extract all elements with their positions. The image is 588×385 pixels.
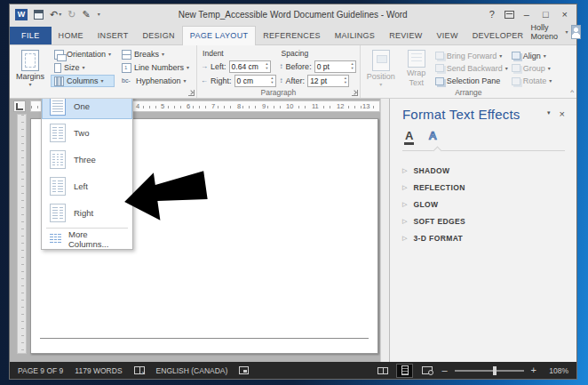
ribbon-display-options-button[interactable] <box>505 11 514 19</box>
menu-item-left-column[interactable]: Left <box>42 172 132 199</box>
section-reflection[interactable]: ▷ REFLECTION <box>402 179 565 196</box>
tab-mailings[interactable]: MAILINGS <box>328 27 382 44</box>
tab-references[interactable]: REFERENCES <box>256 27 328 44</box>
menu-item-more-columns[interactable]: More Columns... <box>42 230 132 247</box>
paragraph-dialog-launcher[interactable] <box>352 90 358 96</box>
chevron-down-icon: ▾ <box>499 53 502 59</box>
redo-button[interactable]: ↻ <box>68 10 75 20</box>
read-mode-button[interactable] <box>375 365 390 377</box>
menu-item-one-column[interactable]: One <box>42 99 132 119</box>
web-layout-button[interactable] <box>419 365 434 377</box>
size-button[interactable]: Size ▾ <box>51 61 115 74</box>
vertical-scrollbar[interactable] <box>380 99 389 362</box>
collapse-ribbon-button[interactable]: ^ <box>570 88 574 96</box>
tab-file[interactable]: FILE <box>10 27 52 44</box>
send-backward-button[interactable]: Send Backward ▾ <box>435 62 508 74</box>
hyphenation-icon <box>122 76 133 86</box>
help-button[interactable]: ? <box>486 10 498 20</box>
tab-design[interactable]: DESIGN <box>135 27 181 44</box>
two-columns-icon <box>50 124 66 142</box>
zoom-out-button[interactable]: – <box>441 365 447 375</box>
align-button[interactable]: Align ▾ <box>512 50 552 61</box>
selection-pane-button[interactable]: Selection Pane <box>435 76 508 87</box>
section-soft-edges[interactable]: ▷ SOFT EDGES <box>402 213 565 229</box>
section-3d-format[interactable]: ▷ 3-D FORMAT <box>402 229 565 246</box>
spinner-arrows[interactable]: ▴▾ <box>345 76 346 84</box>
ruler-number: 13 <box>362 102 370 111</box>
position-button[interactable]: Position ▾ <box>364 48 398 87</box>
orientation-button[interactable]: Orientation ▾ <box>51 48 115 60</box>
selection-pane-icon <box>435 77 444 85</box>
tab-home[interactable]: HOME <box>52 27 91 44</box>
word-count[interactable]: 1179 WORDS <box>75 366 122 375</box>
document-horizontal-line <box>40 338 369 340</box>
more-columns-icon <box>50 234 61 244</box>
close-button[interactable]: × <box>559 10 571 20</box>
menu-item-two-columns[interactable]: Two <box>42 119 132 146</box>
bring-forward-icon <box>435 52 444 60</box>
spinner-arrows[interactable]: ▴▾ <box>271 76 273 84</box>
align-icon <box>512 52 520 60</box>
columns-button[interactable]: Columns ▾ <box>51 75 115 87</box>
spacing-after-label: After: <box>286 76 306 85</box>
undo-icon: ↶ <box>50 10 58 20</box>
print-layout-button[interactable] <box>397 365 412 377</box>
menu-item-three-columns[interactable]: Three <box>42 146 132 172</box>
pane-options-button[interactable]: ▾ <box>547 109 551 119</box>
spinner-arrows[interactable]: ▴▾ <box>351 62 353 70</box>
bring-forward-button[interactable]: Bring Forward ▾ <box>435 50 508 61</box>
breaks-icon <box>122 50 131 60</box>
maximize-button[interactable]: □ <box>539 10 552 20</box>
breaks-button[interactable]: Breaks ▾ <box>118 48 193 60</box>
macro-recording-icon[interactable] <box>239 366 249 374</box>
group-button[interactable]: Group ▾ <box>512 62 552 74</box>
menu-item-right-column[interactable]: Right <box>42 199 132 226</box>
text-fill-outline-tab[interactable]: A <box>404 130 414 145</box>
save-icon[interactable] <box>34 10 44 20</box>
spinner-arrows[interactable]: ▴▾ <box>266 62 267 70</box>
breaks-label: Breaks <box>134 50 159 59</box>
zoom-slider-thumb[interactable] <box>493 366 497 375</box>
ruler-number: 7 <box>211 102 216 111</box>
customize-qat-button[interactable]: ▾ <box>97 12 100 17</box>
tab-insert[interactable]: INSERT <box>91 27 136 44</box>
tab-stop-selector[interactable] <box>13 100 26 112</box>
rotate-button[interactable]: Rotate ▾ <box>512 76 552 87</box>
zoom-percentage[interactable]: 108% <box>544 366 568 375</box>
page-setup-dialog-launcher[interactable] <box>188 90 195 96</box>
active-tab-notch <box>433 147 442 156</box>
line-numbers-button[interactable]: Line Numbers ▾ <box>118 61 193 74</box>
tab-view[interactable]: VIEW <box>430 27 465 44</box>
spacing-after-input[interactable]: 12 pt ▴▾ <box>307 75 349 87</box>
tab-page-layout[interactable]: PAGE LAYOUT <box>182 26 256 45</box>
margins-button[interactable]: Margins ▾ <box>13 48 47 87</box>
quick-tool-button[interactable]: ✎ <box>82 10 90 20</box>
send-backward-icon <box>435 64 444 72</box>
hyphenation-button[interactable]: Hyphenation ▾ <box>118 75 193 87</box>
page-indicator[interactable]: PAGE 9 OF 9 <box>18 366 63 375</box>
hyphenation-label: Hyphenation <box>136 76 181 85</box>
pane-close-button[interactable]: × <box>560 109 565 119</box>
section-shadow[interactable]: ▷ SHADOW <box>402 162 565 179</box>
text-effects-tab[interactable]: A <box>428 130 436 145</box>
tab-review[interactable]: REVIEW <box>382 27 429 44</box>
tab-developer[interactable]: DEVELOPER <box>465 27 531 44</box>
vertical-ruler[interactable] <box>17 114 27 354</box>
indent-right-input[interactable]: 0 cm ▴▾ <box>234 75 276 87</box>
columns-icon <box>54 76 64 86</box>
zoom-slider[interactable] <box>455 370 524 372</box>
wrap-text-button[interactable]: Wrap Text <box>401 48 432 87</box>
proofing-errors-icon[interactable] <box>134 366 145 374</box>
zoom-in-button[interactable]: + <box>531 365 536 375</box>
indent-left-input[interactable]: 0.64 cm ▴▾ <box>229 60 271 73</box>
spacing-before-input[interactable]: 0 pt ▴▾ <box>314 60 356 73</box>
group-paragraph: Indent → Left: 0.64 cm ▴▾ ← Right: 0 cm … <box>196 45 360 98</box>
chevron-down-icon: ▾ <box>83 65 85 70</box>
section-glow[interactable]: ▷ GLOW <box>402 196 565 213</box>
section-label: GLOW <box>413 200 438 209</box>
language-indicator[interactable]: ENGLISH (CANADA) <box>156 366 228 375</box>
undo-button[interactable]: ↶▾ <box>50 10 61 20</box>
rotate-label: Rotate <box>523 76 547 85</box>
minimize-button[interactable]: – <box>520 10 533 20</box>
user-account-menu[interactable]: Holly Moreno ▾ <box>530 23 584 44</box>
